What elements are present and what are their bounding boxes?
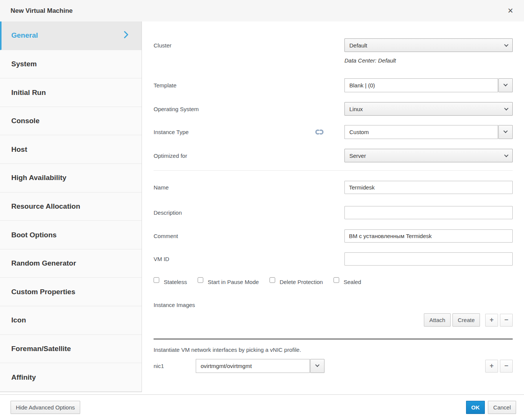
start-in-pause-mode-group: Start in Pause Mode <box>198 277 259 287</box>
sidebar-item-boot-options[interactable]: Boot Options <box>0 221 142 249</box>
sidebar: General System Initial Run Console Host … <box>0 21 142 392</box>
dialog-footer: Hide Advanced Options OK Cancel <box>0 394 524 420</box>
chevron-down-icon <box>503 82 507 86</box>
operating-system-select[interactable]: Linux <box>344 102 513 116</box>
optimized-for-value: Server <box>349 153 366 159</box>
dialog-title: New Virtual Machine <box>11 7 73 15</box>
nic1-row: nic1 ovirtmgmt/ovirtmgmt + − <box>154 359 513 373</box>
attach-button[interactable]: Attach <box>424 313 451 327</box>
sidebar-item-label: General <box>11 31 38 40</box>
sidebar-item-label: System <box>11 60 37 68</box>
sidebar-item-custom-properties[interactable]: Custom Properties <box>0 278 142 306</box>
delete-protection-checkbox[interactable] <box>270 277 275 283</box>
sidebar-item-label: Custom Properties <box>11 288 75 296</box>
template-combobox[interactable]: Blank | (0) <box>344 78 513 92</box>
instance-type-combobox[interactable]: Custom <box>344 125 513 139</box>
instance-images-label: Instance Images <box>154 302 513 308</box>
cluster-row: Cluster Default <box>154 38 513 52</box>
vm-id-label: VM ID <box>154 256 344 262</box>
sidebar-item-host[interactable]: Host <box>0 135 142 164</box>
cluster-select[interactable]: Default <box>344 38 513 52</box>
description-input[interactable] <box>344 206 513 219</box>
description-label: Description <box>154 209 344 216</box>
sidebar-item-label: Host <box>11 145 27 154</box>
vm-id-input[interactable] <box>344 252 513 266</box>
nic1-profile-combobox[interactable]: ovirtmgmt/ovirtmgmt <box>196 359 324 373</box>
stateless-checkbox[interactable] <box>154 277 159 283</box>
instance-type-row: Instance Type Custom <box>154 125 513 139</box>
chevron-right-icon <box>123 31 129 41</box>
instance-type-label: Instance Type <box>154 129 344 135</box>
sidebar-item-label: Initial Run <box>11 89 46 97</box>
chevron-down-icon <box>504 43 508 47</box>
sidebar-item-general[interactable]: General <box>0 21 142 50</box>
data-center-subtext: Data Center: Default <box>344 57 513 66</box>
hide-advanced-options-button[interactable]: Hide Advanced Options <box>11 401 80 414</box>
cancel-button[interactable]: Cancel <box>488 401 516 414</box>
add-image-button[interactable]: + <box>485 314 498 327</box>
chevron-down-icon <box>504 153 508 157</box>
nic1-label: nic1 <box>154 363 196 369</box>
nic1-profile-value[interactable]: ovirtmgmt/ovirtmgmt <box>196 359 310 373</box>
sidebar-item-foreman-satellite[interactable]: Foreman/Satellite <box>0 335 142 363</box>
sealed-label: Sealed <box>344 279 361 285</box>
optimized-for-select[interactable]: Server <box>344 149 513 162</box>
ok-button[interactable]: OK <box>466 401 485 414</box>
optimized-for-row: Optimized for Server <box>154 149 513 162</box>
template-value[interactable]: Blank | (0) <box>344 78 498 92</box>
dialog-header: New Virtual Machine ✕ <box>0 0 524 21</box>
unlink-chain-icon[interactable] <box>315 129 324 135</box>
delete-protection-label: Delete Protection <box>280 279 323 285</box>
sidebar-item-label: Console <box>11 117 40 125</box>
create-button[interactable]: Create <box>452 313 480 327</box>
cluster-value: Default <box>349 42 367 49</box>
vnic-hint-text: Instantiate VM network interfaces by pic… <box>154 347 513 353</box>
sidebar-item-console[interactable]: Console <box>0 107 142 136</box>
remove-nic-button[interactable]: − <box>500 360 513 373</box>
nic-actions: + − <box>485 360 513 373</box>
sidebar-item-label: High Availability <box>11 174 66 182</box>
name-label: Name <box>154 184 344 191</box>
start-in-pause-mode-checkbox[interactable] <box>198 277 203 283</box>
sealed-group: Sealed <box>334 277 361 287</box>
sidebar-item-system[interactable]: System <box>0 50 142 79</box>
general-tab-panel: Cluster Default Data Center: Default Tem… <box>142 21 524 394</box>
chevron-down-icon <box>503 129 507 133</box>
name-row: Name <box>154 181 513 194</box>
sidebar-item-initial-run[interactable]: Initial Run <box>0 78 142 107</box>
instance-type-label-text: Instance Type <box>154 129 189 135</box>
vm-flags-row: Stateless Start in Pause Mode Delete Pro… <box>154 277 513 287</box>
sidebar-item-label: Foreman/Satellite <box>11 345 71 353</box>
add-nic-button[interactable]: + <box>485 360 498 373</box>
stateless-group: Stateless <box>154 277 187 287</box>
chevron-down-icon <box>315 363 319 367</box>
instance-type-dropdown-button[interactable] <box>498 125 513 139</box>
remove-image-button[interactable]: − <box>500 314 513 327</box>
comment-input[interactable] <box>344 229 513 243</box>
stateless-label: Stateless <box>164 279 187 285</box>
vm-id-row: VM ID <box>154 252 513 266</box>
sealed-checkbox[interactable] <box>334 277 339 283</box>
cluster-label: Cluster <box>154 42 344 49</box>
sidebar-item-label: Resource Allocation <box>11 202 80 211</box>
sidebar-item-icon[interactable]: Icon <box>0 306 142 335</box>
close-icon[interactable]: ✕ <box>507 7 513 14</box>
instance-images-actions: Attach Create + − <box>154 313 513 327</box>
start-in-pause-mode-label: Start in Pause Mode <box>208 279 259 285</box>
sidebar-item-high-availability[interactable]: High Availability <box>0 164 142 192</box>
template-dropdown-button[interactable] <box>498 78 513 92</box>
name-input[interactable] <box>344 181 513 194</box>
sidebar-item-affinity[interactable]: Affinity <box>0 363 142 392</box>
chevron-down-icon <box>504 106 508 110</box>
section-divider <box>154 170 513 171</box>
sidebar-item-resource-allocation[interactable]: Resource Allocation <box>0 192 142 221</box>
sidebar-item-label: Icon <box>11 316 26 324</box>
nic1-dropdown-button[interactable] <box>310 359 324 373</box>
delete-protection-group: Delete Protection <box>270 277 323 287</box>
operating-system-label: Operating System <box>154 106 344 112</box>
operating-system-row: Operating System Linux <box>154 102 513 116</box>
sidebar-item-random-generator[interactable]: Random Generator <box>0 249 142 278</box>
sidebar-item-label: Boot Options <box>11 231 56 239</box>
description-row: Description <box>154 206 513 219</box>
instance-type-value[interactable]: Custom <box>344 125 498 139</box>
